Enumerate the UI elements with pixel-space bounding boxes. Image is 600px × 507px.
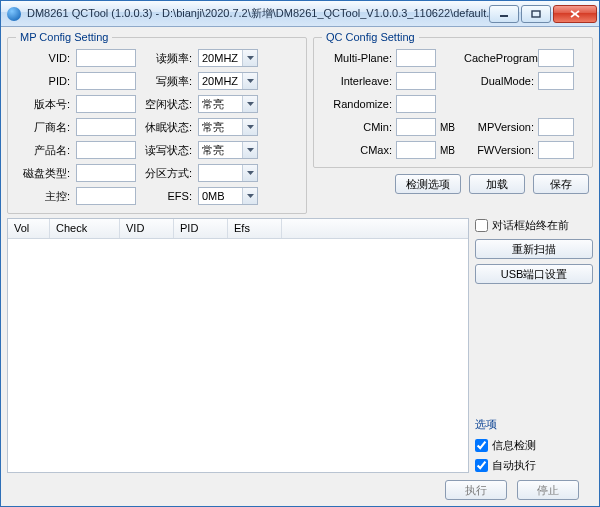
pid-input[interactable]	[76, 72, 136, 90]
label-fwversion: FWVersion	[464, 144, 534, 156]
stop-button[interactable]: 停止	[517, 480, 579, 500]
label-randomize: Randomize	[322, 98, 392, 110]
label-version: 版本号	[16, 97, 70, 112]
label-vendor: 厂商名	[16, 120, 70, 135]
label-wfreq: 写频率	[142, 74, 192, 89]
label-rfreq: 读频率	[142, 51, 192, 66]
label-cmax: CMax	[322, 144, 392, 156]
label-rw: 读写状态	[142, 143, 192, 158]
qc-config-legend: QC Config Setting	[322, 31, 419, 43]
cmax-input[interactable]	[396, 141, 436, 159]
label-dualmode: DualMode	[464, 75, 534, 87]
cacheprogram-input[interactable]	[538, 49, 574, 67]
label-product: 产品名	[16, 143, 70, 158]
vendor-input[interactable]	[76, 118, 136, 136]
qc-config-group: QC Config Setting Multi-Plane CacheProgr…	[313, 31, 593, 168]
label-mcu: 主控	[16, 189, 70, 204]
randomize-input[interactable]	[396, 95, 436, 113]
load-button[interactable]: 加载	[469, 174, 525, 194]
client-area: MP Config Setting VID 读频率 20MHZ PID 写频率 …	[1, 27, 599, 506]
chevron-down-icon	[242, 165, 257, 181]
label-cacheprogram: CacheProgram	[464, 52, 534, 64]
label-vid: VID	[16, 52, 70, 64]
th-vol[interactable]: Vol	[8, 219, 50, 238]
rescan-button[interactable]: 重新扫描	[475, 239, 593, 259]
usb-settings-button[interactable]: USB端口设置	[475, 264, 593, 284]
mcu-input[interactable]	[76, 187, 136, 205]
unit-mb-2: MB	[440, 145, 460, 156]
always-on-top-checkbox[interactable]: 对话框始终在前	[475, 218, 593, 233]
partition-select[interactable]	[198, 164, 258, 182]
bottom-bar: 执行 停止	[7, 477, 593, 500]
multiplane-input[interactable]	[396, 49, 436, 67]
run-button[interactable]: 执行	[445, 480, 507, 500]
mp-config-group: MP Config Setting VID 读频率 20MHZ PID 写频率 …	[7, 31, 307, 214]
wfreq-select[interactable]: 20MHZ	[198, 72, 258, 90]
label-interleave: Interleave	[322, 75, 392, 87]
svg-rect-1	[532, 11, 540, 17]
dualmode-input[interactable]	[538, 72, 574, 90]
chevron-down-icon	[242, 119, 257, 135]
label-multiplane: Multi-Plane	[322, 52, 392, 64]
idle-select[interactable]: 常亮	[198, 95, 258, 113]
unit-mb-1: MB	[440, 122, 460, 133]
vid-input[interactable]	[76, 49, 136, 67]
app-window: DM8261 QCTool (1.0.0.3) - D:\bianji\2020…	[0, 0, 600, 507]
window-title: DM8261 QCTool (1.0.0.3) - D:\bianji\2020…	[27, 6, 489, 21]
detect-options-button[interactable]: 检测选项	[395, 174, 461, 194]
side-panel: 对话框始终在前 重新扫描 USB端口设置 选项 信息检测 自动执行	[475, 218, 593, 473]
mp-config-legend: MP Config Setting	[16, 31, 112, 43]
info-detect-checkbox[interactable]: 信息检测	[475, 438, 593, 453]
chevron-down-icon	[242, 50, 257, 66]
chevron-down-icon	[242, 188, 257, 204]
label-cmin: CMin	[322, 121, 392, 133]
rfreq-select[interactable]: 20MHZ	[198, 49, 258, 67]
label-mpversion: MPVersion	[464, 121, 534, 133]
device-table: Vol Check VID PID Efs	[7, 218, 469, 473]
app-icon	[7, 7, 21, 21]
th-vid[interactable]: VID	[120, 219, 174, 238]
mpversion-input[interactable]	[538, 118, 574, 136]
table-body	[8, 239, 468, 472]
table-header: Vol Check VID PID Efs	[8, 219, 468, 239]
th-empty	[282, 219, 468, 238]
interleave-input[interactable]	[396, 72, 436, 90]
chevron-down-icon	[242, 96, 257, 112]
label-pid: PID	[16, 75, 70, 87]
rw-select[interactable]: 常亮	[198, 141, 258, 159]
label-efs: EFS	[142, 190, 192, 202]
save-button[interactable]: 保存	[533, 174, 589, 194]
auto-run-checkbox[interactable]: 自动执行	[475, 458, 593, 473]
maximize-button[interactable]	[521, 5, 551, 23]
label-disktype: 磁盘类型	[16, 166, 70, 181]
th-pid[interactable]: PID	[174, 219, 228, 238]
sleep-select[interactable]: 常亮	[198, 118, 258, 136]
product-input[interactable]	[76, 141, 136, 159]
th-check[interactable]: Check	[50, 219, 120, 238]
disktype-input[interactable]	[76, 164, 136, 182]
label-sleep: 休眠状态	[142, 120, 192, 135]
chevron-down-icon	[242, 142, 257, 158]
label-idle: 空闲状态	[142, 97, 192, 112]
options-label: 选项	[475, 417, 593, 432]
minimize-button[interactable]	[489, 5, 519, 23]
fwversion-input[interactable]	[538, 141, 574, 159]
label-partition: 分区方式	[142, 166, 192, 181]
close-button[interactable]	[553, 5, 597, 23]
cmin-input[interactable]	[396, 118, 436, 136]
efs-select[interactable]: 0MB	[198, 187, 258, 205]
titlebar: DM8261 QCTool (1.0.0.3) - D:\bianji\2020…	[1, 1, 599, 27]
th-efs[interactable]: Efs	[228, 219, 282, 238]
version-input[interactable]	[76, 95, 136, 113]
chevron-down-icon	[242, 73, 257, 89]
